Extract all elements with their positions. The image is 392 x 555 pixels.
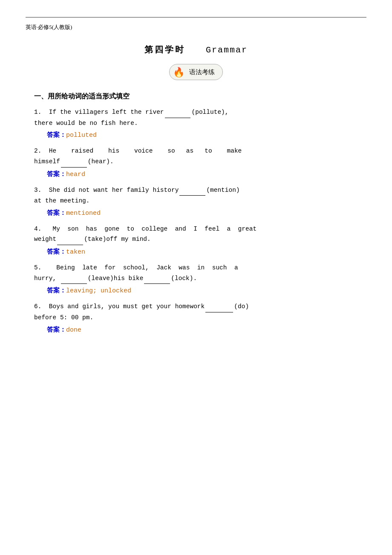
- q2-answer: 答案：heard: [47, 170, 366, 178]
- question-5-text: 5. Being late for school, Jack was in su…: [34, 263, 366, 284]
- badge-text: 语法考练: [189, 68, 215, 76]
- q2-answer-value: heard: [66, 171, 85, 178]
- q6-blank: [205, 301, 233, 312]
- question-1: 1. If the villagers left the river (poll…: [26, 107, 366, 139]
- q1-answer-value: polluted: [66, 132, 97, 139]
- q5-text-before: Being late for school, Jack was in such …: [56, 264, 238, 271]
- q5-hurry: hurry,: [34, 275, 60, 282]
- subject-label: 英语·必修5(人教版): [26, 23, 366, 31]
- question-5: 5. Being late for school, Jack was in su…: [26, 263, 366, 295]
- q1-answer-label: 答案：: [47, 131, 66, 138]
- question-6-text: 6. Boys and girls, you must get your hom…: [34, 301, 366, 323]
- q3-text-before: She did not want her family history: [49, 187, 179, 194]
- badge: 🔥 语法考练: [169, 64, 223, 80]
- q5-number: 5.: [34, 264, 56, 271]
- question-4-text: 4. My son has gone to college and I feel…: [34, 224, 366, 245]
- q6-text-after: (do): [234, 303, 249, 310]
- question-3-text: 3. She did not want her family history (…: [34, 185, 366, 206]
- q3-text-cont: at the meeting.: [34, 197, 90, 204]
- page: 英语·必修5(人教版) 第四学时 Grammar 🔥 语法考练 一、用所给动词的…: [0, 0, 392, 555]
- q4-answer: 答案：taken: [47, 248, 366, 256]
- q3-answer: 答案：mentioned: [47, 209, 366, 217]
- q5-answer-value: leaving; unlocked: [66, 287, 131, 295]
- q1-blank: [165, 107, 191, 118]
- badge-container: 🔥 语法考练: [26, 64, 366, 80]
- q5-answer: 答案：leaving; unlocked: [47, 286, 366, 295]
- q3-answer-value: mentioned: [66, 210, 101, 217]
- q3-answer-label: 答案：: [47, 209, 66, 216]
- question-2: 2. He raised his voice so as to makehims…: [26, 146, 366, 178]
- q5-text-after: (lock).: [171, 275, 197, 282]
- q1-answer: 答案：polluted: [47, 131, 366, 139]
- q6-answer: 答案：done: [47, 326, 366, 334]
- q5-text-middle: (leave)his bike: [88, 275, 144, 282]
- q5-answer-label: 答案：: [47, 287, 66, 294]
- q4-answer-value: taken: [66, 249, 85, 256]
- q4-number: 4.: [34, 225, 53, 232]
- q4-text-after: (take)off my mind.: [84, 236, 151, 243]
- q6-text-before: Boys and girls, you must get your homewo…: [49, 303, 205, 310]
- q1-text-after: (pollute),: [191, 109, 228, 116]
- q4-answer-label: 答案：: [47, 248, 66, 255]
- q4-text-before: My son has gone to college and I feel a …: [53, 225, 257, 232]
- q2-blank: [61, 156, 87, 168]
- q5-blank2: [144, 273, 170, 284]
- q3-text-after: (mention): [206, 187, 239, 194]
- section-title: 第四学时 Grammar: [26, 44, 366, 55]
- q2-text-himself: himself: [34, 158, 60, 165]
- section-title-grammar: Grammar: [206, 45, 248, 55]
- q4-weight: weight: [34, 236, 56, 243]
- question-4: 4. My son has gone to college and I feel…: [26, 224, 366, 256]
- question-3: 3. She did not want her family history (…: [26, 185, 366, 217]
- q3-blank: [179, 185, 205, 196]
- part-title: 一、用所给动词的适当形式填空: [34, 92, 366, 101]
- top-divider: [26, 17, 366, 17]
- q5-blank1: [61, 273, 87, 284]
- q6-answer-label: 答案：: [47, 326, 66, 333]
- badge-icon: 🔥: [173, 66, 187, 78]
- q4-blank: [57, 234, 83, 245]
- q2-answer-label: 答案：: [47, 171, 66, 177]
- q6-text-cont: before 5: 00 pm.: [34, 314, 93, 321]
- q1-text-cont: there would be no fish here.: [34, 120, 138, 127]
- q6-answer-value: done: [66, 327, 81, 334]
- question-1-text: 1. If the villagers left the river (poll…: [34, 107, 366, 128]
- svg-text:🔥: 🔥: [173, 66, 185, 78]
- q1-number: 1.: [34, 109, 49, 116]
- q2-number: 2.: [34, 147, 49, 154]
- question-2-text: 2. He raised his voice so as to makehims…: [34, 146, 366, 167]
- q6-number: 6.: [34, 303, 49, 310]
- q3-number: 3.: [34, 187, 49, 194]
- question-6: 6. Boys and girls, you must get your hom…: [26, 301, 366, 333]
- q2-text-after: (hear).: [88, 158, 114, 165]
- q1-text-before: If the villagers left the river: [49, 109, 164, 116]
- q2-text-before: He raised his voice so as to make: [49, 147, 242, 154]
- section-title-chinese: 第四学时: [144, 45, 185, 54]
